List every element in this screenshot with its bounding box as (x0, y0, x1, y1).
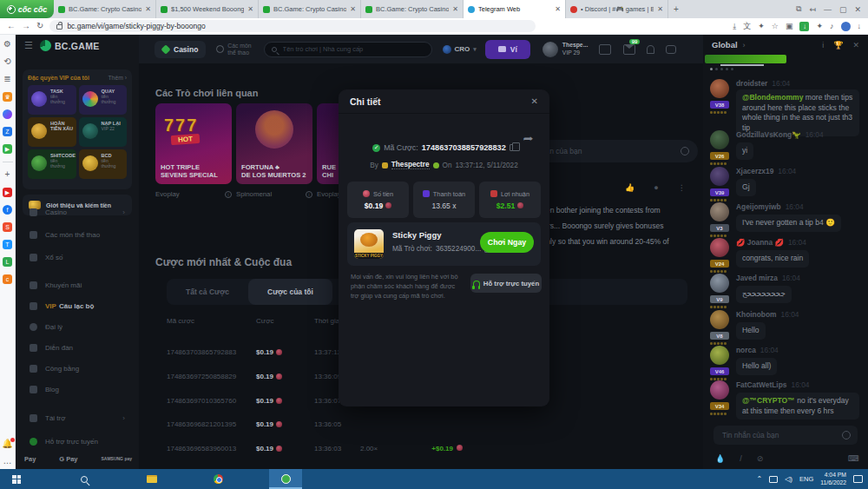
wallet-button[interactable]: Ví (485, 40, 530, 59)
chat-channel[interactable]: Global (712, 40, 738, 50)
emoji-icon[interactable] (842, 431, 851, 439)
tab-close-icon[interactable]: ✕ (247, 5, 253, 13)
chat-banner[interactable] (705, 55, 786, 63)
add-sidebar-icon[interactable]: + (5, 170, 10, 180)
chat-close-icon[interactable]: ✕ (852, 41, 859, 50)
language-indicator[interactable]: ENG (799, 475, 813, 483)
sidebar-item-sponsorship[interactable]: Tài trợ› (23, 408, 132, 427)
avatar[interactable] (710, 310, 729, 329)
volume-icon[interactable]: ◁) (785, 475, 792, 483)
sidebar-item-lottery[interactable]: Xổ số (23, 248, 132, 267)
tab-search-icon[interactable]: ⧉ (796, 4, 801, 14)
sidebar-item-live-support[interactable]: Hỗ trợ trực tuyến (23, 432, 132, 451)
vip-tile-reload[interactable]: NẠP LẠIVIP 22 (79, 117, 128, 147)
hamburger-icon[interactable]: ☰ (24, 40, 33, 51)
browser-tab-6[interactable]: • Discord | #🎮 games | BC G✕ (566, 0, 668, 18)
sidebar-item-blog[interactable]: Blog (23, 380, 132, 399)
zalo-icon[interactable]: Z (3, 127, 12, 136)
sidebar-item-affiliate[interactable]: Đại lý (23, 317, 132, 336)
trophy-icon[interactable]: 🏆 (833, 41, 843, 50)
keyboard-icon[interactable]: ⌨ (848, 454, 859, 463)
adblock-shield-icon[interactable]: ▣ (786, 22, 793, 30)
tab-my-bets[interactable]: Cược của tôi (248, 279, 332, 305)
coccoc-menu-button[interactable]: cốc cốc (0, 0, 54, 18)
sidebar-item-forum[interactable]: Diễn đàn (23, 338, 132, 357)
search-input[interactable] (281, 44, 411, 54)
game-card-hot-triple-sevens[interactable]: 777 HOT HOT TRIPLESEVENS SPECIAL (155, 103, 232, 184)
refresh-icon[interactable]: ↻ (36, 22, 43, 30)
info-icon[interactable]: i (225, 191, 232, 198)
mail-icon[interactable]: 99 (623, 44, 635, 55)
media-icon[interactable]: ♪ (830, 22, 834, 30)
browser-profile-icon[interactable] (841, 22, 851, 31)
sidebar-item-fairness[interactable]: Công bằng (23, 359, 132, 378)
like-icon[interactable]: 👍 (625, 183, 635, 192)
avatar[interactable] (710, 202, 729, 221)
network-icon[interactable] (769, 476, 778, 483)
maximize-button[interactable]: ▢ (839, 5, 847, 14)
chat-username[interactable]: norca16:04 (736, 346, 779, 354)
shopee-icon[interactable]: S (3, 222, 12, 232)
new-tab-button[interactable]: + (668, 0, 684, 18)
forward-icon[interactable]: → (22, 22, 30, 30)
games-icon[interactable]: ▶ (3, 144, 12, 154)
browser-tab-2[interactable]: $1,500 Weekend Booongo M✕ (156, 0, 259, 18)
avatar[interactable] (710, 79, 729, 98)
chat-username[interactable]: GodzillaVsKong🦖16:04 (736, 130, 824, 139)
settings-icon[interactable]: ⚙ (3, 40, 11, 50)
avatar[interactable] (710, 238, 729, 257)
youtube-icon[interactable]: ▶ (3, 188, 12, 197)
avatar[interactable] (710, 167, 729, 186)
vip-tile-shitcode[interactable]: SHITCODEtiền thưởng (28, 149, 76, 179)
vip-panel-more-link[interactable]: Thêm › (108, 75, 127, 81)
sidebar-item-vip-club[interactable]: VIPCâu lạc bộ (23, 296, 132, 315)
chat-username[interactable]: Xjacerzx1916:04 (736, 167, 796, 175)
sidebar-item-casino[interactable]: Casino› (23, 202, 132, 221)
live-support-button[interactable]: Hỗ trợ trực tuyến (470, 274, 542, 293)
gif-icon[interactable]: ⊘ (757, 454, 764, 463)
browser-tab-5-active[interactable]: Telegram Web✕ (464, 0, 566, 18)
browser-tab-4[interactable]: BC.Game: Crypto Casino Ga✕ (361, 0, 464, 18)
game-search[interactable] (264, 42, 432, 57)
play-now-button[interactable]: Chơi Ngay (480, 232, 534, 253)
chat-username[interactable]: 💋 Joanna 💋16:04 (736, 238, 806, 247)
download-badge-icon[interactable]: ↓ (799, 22, 809, 31)
back-icon[interactable]: ← (7, 22, 16, 30)
info-icon[interactable]: i (306, 191, 312, 198)
avatar[interactable] (710, 380, 729, 400)
extensions-icon[interactable]: ✦ (816, 22, 823, 30)
file-explorer-button[interactable] (135, 469, 168, 489)
more-icon[interactable]: ⋮ (678, 183, 686, 192)
vip-crown-icon[interactable]: ♛ (3, 92, 12, 102)
bet-user-link[interactable]: Thespectre (391, 161, 430, 169)
game-thumbnail[interactable]: STICKY PIGGY (354, 229, 384, 259)
banner-dots[interactable] (710, 68, 733, 70)
restore-session-icon[interactable]: ↤ (809, 5, 816, 14)
notifications-icon[interactable] (647, 45, 654, 54)
emoji-icon[interactable] (681, 147, 689, 155)
user-info[interactable]: Thespe...VIP 29 (562, 42, 588, 56)
start-button[interactable] (0, 469, 33, 489)
currency-selector[interactable]: CRO▾ (443, 45, 477, 54)
commands-icon[interactable]: / (740, 454, 742, 463)
game-card-fortuna-muertos[interactable]: FORTUNA ♣DE LOS MUERTOS 2 (236, 103, 312, 184)
facebook-icon[interactable]: f (3, 205, 12, 215)
vip-tile-bcd[interactable]: BCDtiền thưởng (79, 149, 128, 179)
translate-icon[interactable]: 文 (743, 21, 751, 32)
tab-all-bets[interactable]: Tất cả Cược (167, 279, 248, 305)
feeds-icon[interactable]: ≣ (3, 75, 10, 84)
tab-close-icon[interactable]: ✕ (350, 5, 356, 13)
browser-tab-1[interactable]: BC.Game: Crypto Casino Ga✕ (54, 0, 156, 18)
tab-close-icon[interactable]: ✕ (657, 5, 663, 13)
taskbar-clock[interactable]: 4:04 PM11/6/2022 (820, 472, 846, 486)
chat-username[interactable]: droidster16:04 (736, 79, 790, 88)
tab-sports[interactable]: Các mônthể thao (216, 43, 251, 56)
copy-icon[interactable] (510, 144, 516, 151)
modal-close-icon[interactable]: ✕ (531, 96, 538, 106)
avatar[interactable] (710, 130, 729, 149)
vip-tile-task[interactable]: TASKtiền thưởng (28, 85, 76, 115)
chat-username[interactable]: Khoinobom16:04 (736, 310, 799, 319)
chrome-taskbar-button[interactable] (201, 469, 234, 489)
taskbar-search-button[interactable] (68, 469, 101, 489)
chat-username[interactable]: FatCatWetLips16:04 (736, 380, 809, 389)
